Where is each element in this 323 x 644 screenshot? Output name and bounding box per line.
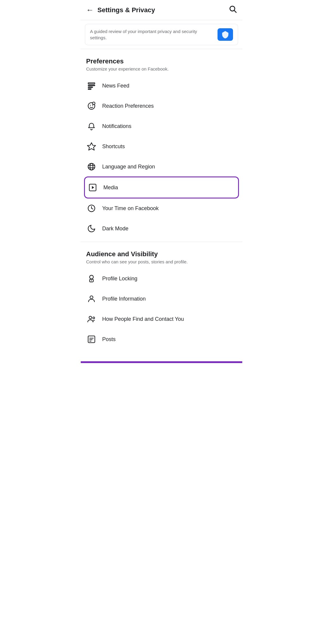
- preferences-menu-2: Your Time on Facebook Dark Mode: [81, 198, 242, 239]
- menu-item-notifications[interactable]: Notifications: [81, 116, 242, 136]
- news-feed-label: News Feed: [102, 83, 129, 89]
- svg-point-24: [89, 316, 92, 319]
- audience-subtitle: Control who can see your posts, stories …: [86, 259, 237, 264]
- svg-rect-3: [88, 85, 95, 86]
- svg-point-25: [93, 317, 94, 319]
- media-label: Media: [103, 185, 118, 191]
- svg-point-20: [90, 275, 94, 279]
- svg-rect-2: [88, 83, 95, 84]
- svg-point-8: [92, 105, 93, 106]
- page-title: Settings & Privacy: [97, 6, 155, 14]
- news-feed-icon: [86, 80, 97, 91]
- menu-item-how-people-find[interactable]: How People Find and Contact You: [81, 309, 242, 329]
- language-region-label: Language and Region: [102, 164, 155, 170]
- menu-item-posts[interactable]: Posts: [81, 329, 242, 349]
- svg-rect-5: [88, 89, 91, 90]
- reaction-preferences-label: Reaction Preferences: [102, 103, 154, 109]
- audience-title: Audience and Visibility: [86, 250, 237, 258]
- menu-item-profile-information[interactable]: Profile Information: [81, 289, 242, 309]
- svg-point-11: [88, 163, 95, 170]
- audience-menu: Profile Locking Profile Information How …: [81, 268, 242, 349]
- audience-section: Audience and Visibility Control who can …: [81, 245, 242, 268]
- shortcuts-label: Shortcuts: [102, 143, 125, 150]
- globe-icon: [86, 161, 97, 172]
- preferences-section: Preferences Customize your experience on…: [81, 52, 242, 76]
- profile-locking-label: Profile Locking: [102, 276, 137, 282]
- header-left: ← Settings & Privacy: [86, 5, 155, 15]
- menu-item-your-time[interactable]: Your Time on Facebook: [81, 198, 242, 218]
- menu-item-media[interactable]: Media: [85, 177, 238, 198]
- svg-line-1: [234, 10, 236, 12]
- reaction-icon: +: [86, 101, 97, 111]
- how-people-find-label: How People Find and Contact You: [102, 316, 184, 322]
- preferences-title: Preferences: [86, 57, 237, 65]
- media-icon: [87, 182, 98, 193]
- svg-rect-26: [88, 336, 95, 343]
- preferences-menu: News Feed + Reaction Preferences Notific…: [81, 76, 242, 177]
- menu-item-dark-mode[interactable]: Dark Mode: [81, 218, 242, 239]
- menu-item-shortcuts[interactable]: Shortcuts: [81, 136, 242, 157]
- search-button[interactable]: [229, 5, 237, 15]
- banner-text: A guided review of your important privac…: [90, 28, 214, 41]
- bell-icon: [86, 121, 97, 132]
- posts-label: Posts: [102, 336, 116, 343]
- media-highlight-box: Media: [85, 177, 238, 198]
- banner-icon: [218, 28, 233, 41]
- pin-icon: [86, 141, 97, 152]
- notifications-label: Notifications: [102, 123, 131, 129]
- posts-icon: [86, 334, 97, 345]
- clock-icon: [86, 203, 97, 214]
- svg-line-19: [91, 208, 93, 209]
- svg-point-22: [91, 280, 92, 281]
- section-divider-top: [81, 49, 242, 49]
- menu-item-profile-locking[interactable]: Profile Locking: [81, 268, 242, 289]
- svg-point-23: [90, 296, 93, 299]
- menu-item-news-feed[interactable]: News Feed: [81, 76, 242, 96]
- menu-item-language-region[interactable]: Language and Region: [81, 157, 242, 177]
- profile-info-icon: [86, 293, 97, 304]
- back-button[interactable]: ←: [86, 5, 94, 15]
- privacy-banner[interactable]: A guided review of your important privac…: [85, 24, 238, 45]
- svg-point-7: [90, 105, 91, 106]
- people-find-icon: [86, 314, 97, 324]
- svg-marker-16: [92, 186, 94, 189]
- your-time-label: Your Time on Facebook: [102, 205, 159, 212]
- bottom-bar: [81, 361, 242, 363]
- menu-item-reaction-preferences[interactable]: + Reaction Preferences: [81, 96, 242, 116]
- profile-lock-icon: [86, 273, 97, 284]
- header: ← Settings & Privacy: [81, 0, 242, 20]
- svg-rect-4: [88, 87, 93, 88]
- svg-point-12: [90, 163, 93, 170]
- dark-mode-label: Dark Mode: [102, 226, 128, 232]
- profile-information-label: Profile Information: [102, 296, 146, 302]
- svg-text:+: +: [93, 102, 94, 104]
- section-divider-middle: [81, 242, 242, 242]
- moon-icon: [86, 223, 97, 234]
- preferences-subtitle: Customize your experience on Facebook.: [86, 66, 237, 71]
